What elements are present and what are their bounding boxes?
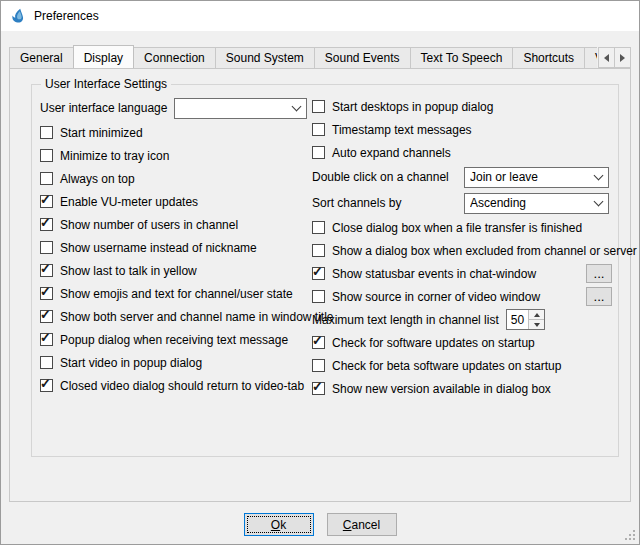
tab-shortcuts[interactable]: Shortcuts — [512, 47, 585, 68]
titlebar: Preferences — [1, 1, 639, 31]
tab-scroll-right-button[interactable] — [614, 47, 631, 68]
right-column: Start desktops in popup dialog Timestamp… — [312, 95, 612, 400]
checkbox-label: Always on top — [60, 172, 135, 186]
checkbox-box — [312, 100, 325, 113]
language-select[interactable] — [174, 98, 307, 119]
sort-channels-selected-value: Ascending — [470, 196, 526, 210]
checkbox-label: Show username instead of nickname — [60, 241, 257, 255]
spinner-down-button[interactable] — [529, 319, 544, 329]
chevron-down-icon — [594, 196, 604, 206]
checkbox-box — [40, 218, 53, 231]
checkbox-box — [312, 382, 325, 395]
checkbox-check-updates[interactable]: Check for software updates on startup — [312, 331, 612, 354]
ok-button-label: Ok — [271, 518, 286, 532]
checkbox-box — [40, 310, 53, 323]
checkbox-box — [312, 123, 325, 136]
sort-channels-row: Sort channels by Ascending — [312, 190, 612, 216]
arrow-up-icon — [534, 313, 540, 317]
checkbox-label: Enable VU-meter updates — [60, 195, 198, 209]
checkbox-video-source-corner[interactable]: Show source in corner of video window — [312, 290, 540, 304]
double-click-label: Double click on a channel — [312, 170, 464, 184]
preferences-dialog: Preferences General Display Connection S… — [0, 0, 640, 545]
ok-button[interactable]: Ok — [244, 513, 314, 536]
resize-grip[interactable] — [624, 529, 636, 541]
checkbox-close-filetransfer-dialog[interactable]: Close dialog box when a file transfer is… — [312, 216, 612, 239]
tab-scroll-left-button[interactable] — [598, 47, 615, 68]
tab-general[interactable]: General — [9, 47, 74, 68]
checkbox-start-video-popup[interactable]: Start video in popup dialog — [40, 351, 310, 374]
max-text-length-label: Maximum text length in channel list — [312, 313, 499, 327]
checkbox-show-emojis[interactable]: Show emojis and text for channel/user st… — [40, 282, 310, 305]
checkbox-show-excluded-dialog[interactable]: Show a dialog box when excluded from cha… — [312, 239, 612, 262]
tab-text-to-speech[interactable]: Text To Speech — [410, 47, 514, 68]
dialog-buttons: Ok Cancel — [1, 513, 639, 536]
checkbox-label: Start minimized — [60, 126, 143, 140]
checkbox-box — [40, 264, 53, 277]
tab-video[interactable]: Video — [584, 47, 597, 68]
checkbox-label: Popup dialog when receiving text message — [60, 333, 288, 347]
tab-bar: General Display Connection Sound System … — [9, 44, 631, 68]
checkbox-box — [40, 149, 53, 162]
spinner-up-button[interactable] — [529, 310, 544, 319]
arrow-down-icon — [534, 323, 540, 327]
checkbox-server-channel-in-title[interactable]: Show both server and channel name in win… — [40, 305, 310, 328]
tab-sound-events[interactable]: Sound Events — [314, 47, 411, 68]
checkbox-statusbar-events[interactable]: Show statusbar events in chat-window — [312, 267, 536, 281]
checkbox-show-username[interactable]: Show username instead of nickname — [40, 236, 310, 259]
checkbox-enable-vu-meter[interactable]: Enable VU-meter updates — [40, 190, 310, 213]
checkbox-show-new-version-dialog[interactable]: Show new version available in dialog box — [312, 377, 612, 400]
tab-connection[interactable]: Connection — [133, 47, 216, 68]
checkbox-box — [40, 126, 53, 139]
checkbox-box — [40, 172, 53, 185]
checkbox-last-talk-yellow[interactable]: Show last to talk in yellow — [40, 259, 310, 282]
checkbox-popup-text-message[interactable]: Popup dialog when receiving text message — [40, 328, 310, 351]
checkbox-minimize-to-tray[interactable]: Minimize to tray icon — [40, 144, 310, 167]
checkbox-label: Show both server and channel name in win… — [60, 310, 334, 324]
max-text-length-spinner[interactable]: 50 — [506, 309, 545, 330]
tab-page-display: User Interface Settings User interface l… — [9, 68, 631, 502]
checkbox-label: Check for beta software updates on start… — [332, 359, 561, 373]
checkbox-label: Close dialog box when a file transfer is… — [332, 221, 582, 235]
checkbox-show-user-count[interactable]: Show number of users in channel — [40, 213, 310, 236]
checkbox-box — [40, 356, 53, 369]
checkbox-label: Show a dialog box when excluded from cha… — [332, 244, 637, 258]
app-icon — [10, 8, 26, 24]
checkbox-box — [312, 146, 325, 159]
double-click-row: Double click on a channel Join or leave — [312, 164, 612, 190]
checkbox-box — [40, 379, 53, 392]
chevron-down-icon — [594, 170, 604, 180]
checkbox-box — [312, 221, 325, 234]
tab-sound-system[interactable]: Sound System — [215, 47, 315, 68]
checkbox-timestamp-messages[interactable]: Timestamp text messages — [312, 118, 612, 141]
checkbox-check-beta-updates[interactable]: Check for beta software updates on start… — [312, 354, 612, 377]
checkbox-label: Show statusbar events in chat-window — [332, 267, 536, 281]
cancel-button[interactable]: Cancel — [327, 513, 397, 536]
checkbox-label: Check for software updates on startup — [332, 336, 535, 350]
statusbar-events-config-button[interactable]: ... — [586, 264, 612, 283]
checkbox-box — [312, 336, 325, 349]
checkbox-start-minimized[interactable]: Start minimized — [40, 121, 310, 144]
checkbox-box — [312, 290, 325, 303]
checkbox-label: Show emojis and text for channel/user st… — [60, 287, 293, 301]
max-text-length-row: Maximum text length in channel list 50 — [312, 308, 612, 331]
tab-scroll-buttons — [598, 47, 631, 68]
double-click-select[interactable]: Join or leave — [464, 167, 609, 188]
checkbox-auto-expand-channels[interactable]: Auto expand channels — [312, 141, 612, 164]
checkbox-label: Show new version available in dialog box — [332, 382, 551, 396]
statusbar-events-row: Show statusbar events in chat-window ... — [312, 262, 612, 285]
checkbox-start-desktops-popup[interactable]: Start desktops in popup dialog — [312, 95, 612, 118]
double-click-selected-value: Join or leave — [470, 170, 538, 184]
checkbox-label: Show number of users in channel — [60, 218, 238, 232]
spinner-buttons — [528, 310, 544, 329]
language-row: User interface language — [40, 95, 310, 121]
checkbox-always-on-top[interactable]: Always on top — [40, 167, 310, 190]
sort-channels-select[interactable]: Ascending — [464, 193, 609, 214]
tab-display[interactable]: Display — [73, 45, 134, 68]
video-source-config-button[interactable]: ... — [586, 287, 612, 306]
arrow-left-icon — [604, 54, 609, 62]
checkbox-box — [40, 241, 53, 254]
checkbox-closed-video-return[interactable]: Closed video dialog should return to vid… — [40, 374, 310, 397]
checkbox-label: Show source in corner of video window — [332, 290, 540, 304]
checkbox-label: Minimize to tray icon — [60, 149, 169, 163]
checkbox-label: Start video in popup dialog — [60, 356, 202, 370]
